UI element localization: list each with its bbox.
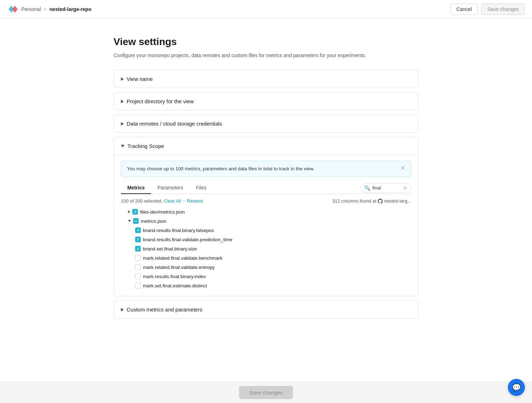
- tracking-scope-label: Tracking Scope: [127, 143, 164, 149]
- chevron-right-icon2: [121, 100, 124, 103]
- page-description: Configure your monorepo projects, data r…: [113, 52, 419, 59]
- tree-row: mark.results.final.binary.index: [135, 272, 411, 281]
- chevron-right-icon4: [121, 308, 124, 311]
- view-name-header[interactable]: View name: [114, 70, 418, 88]
- metric-label: mark.results.final.binary.index: [143, 274, 206, 279]
- metric-checkbox[interactable]: [135, 255, 141, 261]
- tree-row: mark.related.final.validate.entropy: [135, 263, 411, 272]
- header-left: Personal > nested-large-repo: [7, 4, 92, 15]
- metric-checkbox[interactable]: [135, 227, 141, 233]
- file-checkbox[interactable]: [132, 209, 138, 215]
- tree-row: metrics.json: [128, 216, 411, 226]
- project-directory-section: Project directory for the view: [113, 92, 419, 110]
- tree-row: files-dev/metrics.json: [128, 207, 411, 216]
- project-directory-header[interactable]: Project directory for the view: [114, 93, 418, 110]
- custom-metrics-label: Custom metrics and parameters: [127, 307, 202, 313]
- search-input[interactable]: [372, 185, 401, 191]
- file-label: metrics.json: [141, 219, 166, 224]
- metric-checkbox[interactable]: [135, 274, 141, 279]
- expand-icon[interactable]: [128, 210, 130, 213]
- tracking-scope-body: You may choose up to 100 metrics, parame…: [114, 155, 418, 296]
- expand-icon[interactable]: [128, 220, 131, 222]
- selection-summary: 100 of 200 selected. Clear All • Restore…: [121, 198, 411, 204]
- dot-separator: •: [183, 198, 185, 204]
- info-close-button[interactable]: ✕: [400, 165, 405, 171]
- custom-metrics-section: Custom metrics and parameters: [113, 300, 419, 319]
- project-directory-label: Project directory for the view: [127, 98, 194, 104]
- breadcrumb-parent[interactable]: Personal: [21, 6, 41, 12]
- view-name-section: View name: [113, 70, 419, 88]
- tree-row: brand.set.final.binary.size: [135, 244, 411, 253]
- tab-files[interactable]: Files: [189, 182, 213, 194]
- data-remotes-section: Data remotes / cloud storage credentials: [113, 115, 419, 133]
- chevron-right-icon: [121, 77, 124, 81]
- columns-found-info: 312 columns found at nested-larg...: [332, 198, 411, 204]
- app-logo: [7, 4, 18, 15]
- file-checkbox[interactable]: [133, 218, 139, 224]
- tree-row: mark.related.final.validate.benchmark: [135, 253, 411, 263]
- metric-label: brand.results.final.validate.prediction_…: [143, 237, 232, 242]
- tree-row: brand.results.final.validate.prediction_…: [135, 235, 411, 244]
- app-header: Personal > nested-large-repo Cancel Save…: [0, 0, 532, 18]
- metric-label: brand.results.final.binary.falsepos: [143, 228, 214, 233]
- main-content: View settings Configure your monorepo pr…: [106, 18, 426, 351]
- tree-row: mark.set.final.estimate.distinct: [135, 281, 411, 290]
- cancel-button[interactable]: Cancel: [450, 4, 478, 15]
- search-box: 🔍 ✕: [360, 183, 411, 193]
- github-icon: [378, 199, 383, 204]
- metric-label: mark.related.final.validate.entropy: [143, 265, 215, 270]
- metrics-tabs: Metrics Parameters Files 🔍 ✕: [121, 182, 411, 194]
- tracking-scope-header[interactable]: Tracking Scope: [114, 137, 418, 155]
- tab-parameters[interactable]: Parameters: [151, 182, 189, 194]
- metric-label: mark.related.final.validate.benchmark: [143, 255, 222, 261]
- tracking-scope-section: Tracking Scope You may choose up to 100 …: [113, 137, 419, 296]
- data-remotes-label: Data remotes / cloud storage credentials: [127, 121, 222, 127]
- columns-found-text: 312 columns found at: [332, 198, 376, 204]
- custom-metrics-header[interactable]: Custom metrics and parameters: [114, 301, 418, 318]
- metric-checkbox[interactable]: [135, 237, 141, 242]
- view-name-label: View name: [127, 76, 153, 82]
- page-title: View settings: [113, 36, 419, 48]
- search-clear-button[interactable]: ✕: [403, 185, 407, 191]
- data-remotes-header[interactable]: Data remotes / cloud storage credentials: [114, 115, 418, 132]
- selection-count: 100 of 200 selected.: [121, 198, 162, 204]
- header-actions: Cancel Save changes: [450, 4, 525, 15]
- restore-link[interactable]: Restore: [187, 198, 203, 204]
- chevron-right-icon3: [121, 122, 124, 126]
- metric-checkbox[interactable]: [135, 283, 141, 288]
- repo-name-text: nested-larg...: [384, 198, 411, 204]
- tab-metrics[interactable]: Metrics: [121, 182, 151, 194]
- metric-checkbox[interactable]: [135, 246, 141, 252]
- breadcrumb: Personal > nested-large-repo: [21, 6, 92, 12]
- save-changes-button[interactable]: Save changes: [481, 4, 525, 15]
- search-icon: 🔍: [364, 185, 370, 191]
- file-tree: files-dev/metrics.json metrics.json bran…: [121, 207, 411, 290]
- info-banner: You may choose up to 100 metrics, parame…: [121, 161, 411, 177]
- metric-label: mark.set.final.estimate.distinct: [143, 283, 207, 288]
- breadcrumb-current: nested-large-repo: [49, 6, 91, 12]
- tree-row: brand.results.final.binary.falsepos: [135, 226, 411, 235]
- chevron-down-icon: [121, 145, 124, 148]
- info-banner-text: You may choose up to 100 metrics, parame…: [127, 165, 396, 172]
- metric-checkbox[interactable]: [135, 264, 141, 270]
- metric-label: brand.set.final.binary.size: [143, 246, 197, 252]
- clear-all-link[interactable]: Clear All: [164, 198, 181, 204]
- breadcrumb-separator: >: [44, 6, 46, 12]
- file-label: files-dev/metrics.json: [140, 209, 185, 215]
